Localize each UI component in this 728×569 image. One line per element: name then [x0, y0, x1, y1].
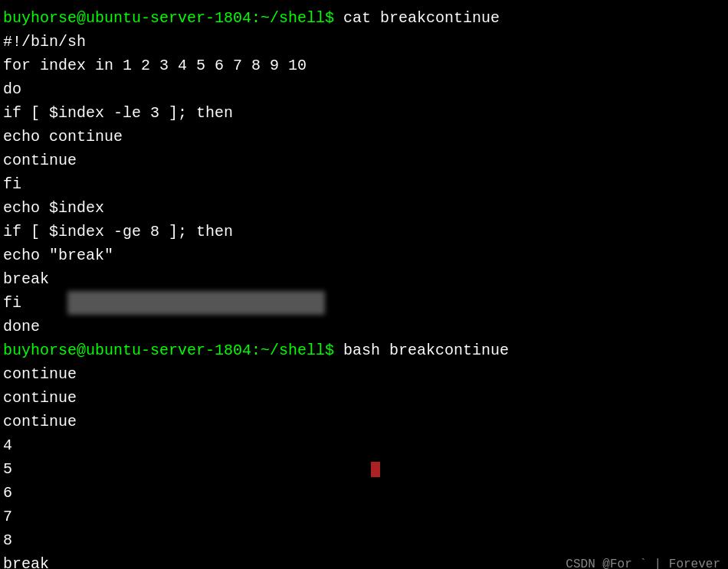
terminal-line: 6 [3, 481, 725, 505]
terminal-line: 5 [3, 457, 725, 481]
terminal-line: continue [3, 410, 725, 433]
terminal-line: for index in 1 2 3 4 5 6 7 8 9 10 [3, 54, 725, 77]
terminal-line: continue [3, 362, 725, 386]
terminal-line: 7 [3, 505, 725, 528]
prompt-text: buyhorse@ubuntu-server-1804:~/shell$ [3, 342, 343, 359]
terminal-line: buyhorse@ubuntu-server-1804:~/shell$ cat… [3, 6, 725, 30]
terminal-line: fi [3, 172, 725, 196]
terminal-line: #!/bin/sh [3, 30, 725, 54]
terminal-line: echo continue [3, 125, 725, 149]
terminal-line: continue [3, 386, 725, 410]
redacted-block [67, 291, 325, 315]
terminal-line: 4 [3, 433, 725, 457]
terminal-line: done [3, 315, 725, 338]
terminal-line: buyhorse@ubuntu-server-1804:~/shell$ bas… [3, 338, 725, 362]
terminal-line: echo $index [3, 196, 725, 220]
cursor [371, 462, 380, 477]
terminal-line: 8 [3, 528, 725, 552]
terminal-line: if [ $index -le 3 ]; then [3, 101, 725, 125]
terminal-window: buyhorse@ubuntu-server-1804:~/shell$ cat… [0, 0, 728, 569]
terminal-line: fi [3, 291, 725, 315]
terminal-line: echo "break" [3, 244, 725, 267]
watermark-text: CSDN @For ` | Forever [566, 555, 720, 569]
prompt-text: buyhorse@ubuntu-server-1804:~/shell$ [3, 9, 343, 27]
terminal-line: do [3, 77, 725, 101]
terminal-line: if [ $index -ge 8 ]; then [3, 220, 725, 244]
terminal-line: break [3, 267, 725, 291]
terminal-line: continue [3, 149, 725, 172]
